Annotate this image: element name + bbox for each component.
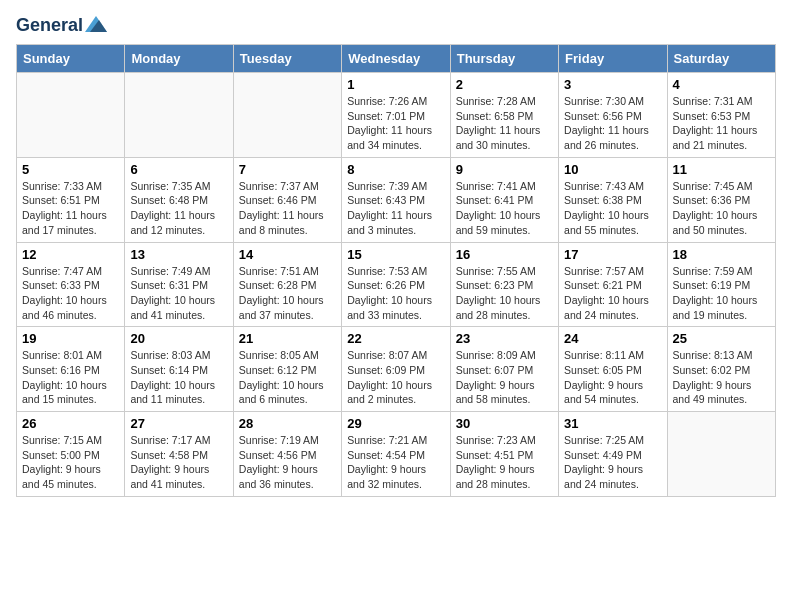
cell-line: and 26 minutes. [564,138,661,153]
day-number: 30 [456,416,553,431]
calendar-cell: 14Sunrise: 7:51 AMSunset: 6:28 PMDayligh… [233,242,341,327]
calendar-cell: 8Sunrise: 7:39 AMSunset: 6:43 PMDaylight… [342,157,450,242]
cell-content: Sunrise: 7:51 AMSunset: 6:28 PMDaylight:… [239,264,336,323]
cell-content: Sunrise: 7:19 AMSunset: 4:56 PMDaylight:… [239,433,336,492]
cell-line: and 17 minutes. [22,223,119,238]
calendar-cell: 11Sunrise: 7:45 AMSunset: 6:36 PMDayligh… [667,157,775,242]
cell-line: Sunset: 6:56 PM [564,109,661,124]
header-wednesday: Wednesday [342,45,450,73]
cell-line: Sunrise: 7:26 AM [347,94,444,109]
calendar-cell: 29Sunrise: 7:21 AMSunset: 4:54 PMDayligh… [342,412,450,497]
cell-content: Sunrise: 7:15 AMSunset: 5:00 PMDaylight:… [22,433,119,492]
cell-line: Sunrise: 7:28 AM [456,94,553,109]
cell-line: Sunset: 6:36 PM [673,193,770,208]
header-saturday: Saturday [667,45,775,73]
cell-line: Sunset: 6:12 PM [239,363,336,378]
cell-line: Sunset: 4:54 PM [347,448,444,463]
day-number: 1 [347,77,444,92]
cell-line: Sunset: 6:05 PM [564,363,661,378]
cell-line: Sunset: 6:23 PM [456,278,553,293]
calendar-cell: 16Sunrise: 7:55 AMSunset: 6:23 PMDayligh… [450,242,558,327]
cell-line: Sunrise: 7:47 AM [22,264,119,279]
cell-line: Daylight: 10 hours [130,378,227,393]
cell-line: Daylight: 10 hours [347,293,444,308]
header-sunday: Sunday [17,45,125,73]
cell-line: Daylight: 9 hours [564,378,661,393]
cell-line: and 11 minutes. [130,392,227,407]
cell-line: Daylight: 10 hours [564,208,661,223]
cell-content: Sunrise: 7:53 AMSunset: 6:26 PMDaylight:… [347,264,444,323]
cell-line: Sunset: 6:28 PM [239,278,336,293]
calendar-cell: 7Sunrise: 7:37 AMSunset: 6:46 PMDaylight… [233,157,341,242]
cell-line: and 41 minutes. [130,308,227,323]
cell-content: Sunrise: 7:21 AMSunset: 4:54 PMDaylight:… [347,433,444,492]
cell-line: and 37 minutes. [239,308,336,323]
cell-line: Daylight: 9 hours [130,462,227,477]
day-number: 23 [456,331,553,346]
cell-line: Sunrise: 7:19 AM [239,433,336,448]
cell-line: Sunrise: 7:41 AM [456,179,553,194]
cell-content: Sunrise: 7:45 AMSunset: 6:36 PMDaylight:… [673,179,770,238]
cell-line: and 33 minutes. [347,308,444,323]
cell-content: Sunrise: 8:03 AMSunset: 6:14 PMDaylight:… [130,348,227,407]
calendar-week-3: 12Sunrise: 7:47 AMSunset: 6:33 PMDayligh… [17,242,776,327]
calendar-cell [667,412,775,497]
calendar-cell [17,73,125,158]
calendar-cell: 5Sunrise: 7:33 AMSunset: 6:51 PMDaylight… [17,157,125,242]
cell-line: and 21 minutes. [673,138,770,153]
header-monday: Monday [125,45,233,73]
cell-content: Sunrise: 7:28 AMSunset: 6:58 PMDaylight:… [456,94,553,153]
cell-line: Sunrise: 8:03 AM [130,348,227,363]
day-number: 11 [673,162,770,177]
day-number: 9 [456,162,553,177]
cell-line: and 45 minutes. [22,477,119,492]
cell-line: Sunset: 6:07 PM [456,363,553,378]
cell-content: Sunrise: 8:13 AMSunset: 6:02 PMDaylight:… [673,348,770,407]
calendar-week-5: 26Sunrise: 7:15 AMSunset: 5:00 PMDayligh… [17,412,776,497]
calendar-cell: 31Sunrise: 7:25 AMSunset: 4:49 PMDayligh… [559,412,667,497]
cell-content: Sunrise: 7:57 AMSunset: 6:21 PMDaylight:… [564,264,661,323]
cell-line: and 24 minutes. [564,308,661,323]
logo-general: General [16,16,83,36]
cell-line: Daylight: 11 hours [239,208,336,223]
header-friday: Friday [559,45,667,73]
cell-line: Sunrise: 7:39 AM [347,179,444,194]
cell-content: Sunrise: 8:07 AMSunset: 6:09 PMDaylight:… [347,348,444,407]
cell-line: Daylight: 9 hours [347,462,444,477]
cell-line: Sunset: 6:58 PM [456,109,553,124]
cell-content: Sunrise: 7:25 AMSunset: 4:49 PMDaylight:… [564,433,661,492]
cell-line: Daylight: 10 hours [130,293,227,308]
calendar-cell: 15Sunrise: 7:53 AMSunset: 6:26 PMDayligh… [342,242,450,327]
cell-line: Daylight: 9 hours [456,462,553,477]
cell-line: Daylight: 10 hours [239,378,336,393]
calendar-cell: 4Sunrise: 7:31 AMSunset: 6:53 PMDaylight… [667,73,775,158]
cell-line: Sunrise: 7:35 AM [130,179,227,194]
day-number: 29 [347,416,444,431]
cell-line: Daylight: 10 hours [456,208,553,223]
day-number: 18 [673,247,770,262]
cell-line: and 41 minutes. [130,477,227,492]
cell-line: Sunrise: 7:51 AM [239,264,336,279]
logo: General [16,16,107,36]
cell-content: Sunrise: 7:43 AMSunset: 6:38 PMDaylight:… [564,179,661,238]
cell-line: Daylight: 10 hours [22,293,119,308]
calendar-cell: 28Sunrise: 7:19 AMSunset: 4:56 PMDayligh… [233,412,341,497]
cell-line: Sunrise: 7:53 AM [347,264,444,279]
cell-line: Sunset: 6:41 PM [456,193,553,208]
cell-line: and 28 minutes. [456,477,553,492]
calendar-cell: 23Sunrise: 8:09 AMSunset: 6:07 PMDayligh… [450,327,558,412]
day-number: 16 [456,247,553,262]
calendar-cell: 24Sunrise: 8:11 AMSunset: 6:05 PMDayligh… [559,327,667,412]
day-number: 31 [564,416,661,431]
cell-line: Sunrise: 7:45 AM [673,179,770,194]
day-number: 20 [130,331,227,346]
cell-line: Sunrise: 7:33 AM [22,179,119,194]
cell-line: Daylight: 9 hours [456,378,553,393]
cell-line: Sunrise: 8:09 AM [456,348,553,363]
cell-line: and 6 minutes. [239,392,336,407]
cell-line: and 30 minutes. [456,138,553,153]
cell-line: and 36 minutes. [239,477,336,492]
cell-content: Sunrise: 7:30 AMSunset: 6:56 PMDaylight:… [564,94,661,153]
calendar-cell: 17Sunrise: 7:57 AMSunset: 6:21 PMDayligh… [559,242,667,327]
day-number: 17 [564,247,661,262]
